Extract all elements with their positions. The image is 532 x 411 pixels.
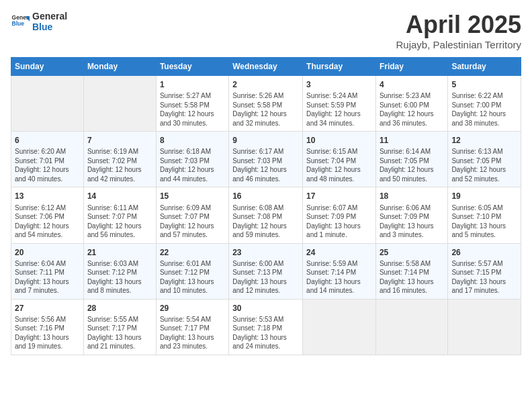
day-cell: 27Sunrise: 5:56 AMSunset: 7:16 PMDayligh…	[11, 299, 84, 355]
day-detail: Sunrise: 6:18 AMSunset: 7:03 PMDaylight:…	[160, 147, 225, 183]
header-row: SundayMondayTuesdayWednesdayThursdayFrid…	[11, 58, 521, 76]
day-number: 30	[232, 303, 299, 314]
day-number: 14	[87, 191, 152, 201]
day-number: 20	[15, 247, 80, 258]
day-detail: Sunrise: 5:54 AMSunset: 7:17 PMDaylight:…	[160, 315, 225, 351]
day-cell	[375, 299, 447, 355]
day-number: 29	[160, 303, 225, 314]
day-number: 11	[380, 135, 444, 146]
day-number: 27	[15, 303, 80, 314]
calendar-subtitle: Rujayb, Palestinian Territory	[396, 39, 521, 50]
day-detail: Sunrise: 6:05 AMSunset: 7:10 PMDaylight:…	[451, 203, 517, 240]
day-number: 25	[380, 247, 444, 258]
day-number: 15	[160, 191, 225, 201]
day-cell: 30Sunrise: 5:53 AMSunset: 7:18 PMDayligh…	[229, 299, 303, 355]
day-header-tuesday: Tuesday	[156, 58, 228, 76]
day-detail: Sunrise: 5:56 AMSunset: 7:16 PMDaylight:…	[15, 315, 80, 351]
day-detail: Sunrise: 5:55 AMSunset: 7:17 PMDaylight:…	[87, 315, 152, 351]
day-detail: Sunrise: 6:22 AMSunset: 7:00 PMDaylight:…	[451, 91, 517, 128]
day-header-wednesday: Wednesday	[229, 58, 303, 76]
day-cell: 10Sunrise: 6:15 AMSunset: 7:04 PMDayligh…	[303, 132, 376, 187]
week-row-2: 13Sunrise: 6:12 AMSunset: 7:06 PMDayligh…	[11, 187, 521, 243]
day-number: 12	[451, 135, 517, 146]
day-cell: 18Sunrise: 6:06 AMSunset: 7:09 PMDayligh…	[375, 187, 447, 243]
day-cell: 13Sunrise: 6:12 AMSunset: 7:06 PMDayligh…	[11, 187, 84, 243]
day-detail: Sunrise: 5:57 AMSunset: 7:15 PMDaylight:…	[451, 259, 517, 295]
day-detail: Sunrise: 6:11 AMSunset: 7:07 PMDaylight:…	[87, 203, 152, 240]
day-detail: Sunrise: 6:07 AMSunset: 7:09 PMDaylight:…	[306, 203, 372, 240]
day-number: 8	[160, 135, 225, 146]
day-number: 26	[451, 247, 517, 258]
day-cell: 25Sunrise: 5:58 AMSunset: 7:14 PMDayligh…	[375, 243, 447, 299]
day-detail: Sunrise: 6:06 AMSunset: 7:09 PMDaylight:…	[380, 203, 444, 240]
logo: General Blue General Blue	[11, 11, 67, 32]
day-cell: 9Sunrise: 6:17 AMSunset: 7:03 PMDaylight…	[229, 132, 303, 187]
day-number: 6	[15, 135, 80, 146]
day-detail: Sunrise: 6:08 AMSunset: 7:08 PMDaylight:…	[232, 203, 299, 240]
day-header-friday: Friday	[375, 58, 447, 76]
day-header-sunday: Sunday	[11, 58, 84, 76]
day-detail: Sunrise: 6:14 AMSunset: 7:05 PMDaylight:…	[380, 147, 444, 183]
day-number: 17	[306, 191, 372, 201]
day-detail: Sunrise: 6:12 AMSunset: 7:06 PMDaylight:…	[15, 203, 80, 240]
day-cell: 1Sunrise: 5:27 AMSunset: 5:58 PMDaylight…	[156, 76, 228, 132]
day-detail: Sunrise: 6:04 AMSunset: 7:11 PMDaylight:…	[15, 259, 80, 295]
day-number: 7	[87, 135, 152, 146]
day-number: 23	[232, 247, 299, 258]
day-cell: 20Sunrise: 6:04 AMSunset: 7:11 PMDayligh…	[11, 243, 84, 299]
day-cell: 12Sunrise: 6:13 AMSunset: 7:05 PMDayligh…	[448, 132, 521, 187]
day-cell: 15Sunrise: 6:09 AMSunset: 7:07 PMDayligh…	[156, 187, 228, 243]
day-cell: 2Sunrise: 5:26 AMSunset: 5:58 PMDaylight…	[229, 76, 303, 132]
day-detail: Sunrise: 6:01 AMSunset: 7:12 PMDaylight:…	[160, 259, 225, 295]
week-row-0: 1Sunrise: 5:27 AMSunset: 5:58 PMDaylight…	[11, 76, 521, 132]
day-number: 28	[87, 303, 152, 314]
header: General Blue General Blue April 2025 Ruj…	[11, 11, 521, 50]
day-header-thursday: Thursday	[303, 58, 376, 76]
day-cell	[448, 299, 521, 355]
day-cell: 22Sunrise: 6:01 AMSunset: 7:12 PMDayligh…	[156, 243, 228, 299]
day-cell: 19Sunrise: 6:05 AMSunset: 7:10 PMDayligh…	[448, 187, 521, 243]
week-row-1: 6Sunrise: 6:20 AMSunset: 7:01 PMDaylight…	[11, 132, 521, 187]
week-row-3: 20Sunrise: 6:04 AMSunset: 7:11 PMDayligh…	[11, 243, 521, 299]
day-detail: Sunrise: 6:19 AMSunset: 7:02 PMDaylight:…	[87, 147, 152, 183]
day-number: 13	[15, 191, 80, 201]
logo-icon: General Blue	[11, 12, 30, 31]
day-cell: 23Sunrise: 6:00 AMSunset: 7:13 PMDayligh…	[229, 243, 303, 299]
day-detail: Sunrise: 6:00 AMSunset: 7:13 PMDaylight:…	[232, 259, 299, 295]
day-number: 24	[306, 247, 372, 258]
day-header-monday: Monday	[83, 58, 156, 76]
day-cell: 29Sunrise: 5:54 AMSunset: 7:17 PMDayligh…	[156, 299, 228, 355]
day-detail: Sunrise: 5:26 AMSunset: 5:58 PMDaylight:…	[232, 91, 299, 128]
day-cell: 11Sunrise: 6:14 AMSunset: 7:05 PMDayligh…	[375, 132, 447, 187]
day-number: 19	[451, 191, 517, 201]
day-cell: 14Sunrise: 6:11 AMSunset: 7:07 PMDayligh…	[83, 187, 156, 243]
day-detail: Sunrise: 6:15 AMSunset: 7:04 PMDaylight:…	[306, 147, 372, 183]
day-number: 18	[380, 191, 444, 201]
day-cell: 7Sunrise: 6:19 AMSunset: 7:02 PMDaylight…	[83, 132, 156, 187]
day-cell: 21Sunrise: 6:03 AMSunset: 7:12 PMDayligh…	[83, 243, 156, 299]
day-cell: 24Sunrise: 5:59 AMSunset: 7:14 PMDayligh…	[303, 243, 376, 299]
day-number: 2	[232, 79, 299, 90]
day-detail: Sunrise: 5:58 AMSunset: 7:14 PMDaylight:…	[380, 259, 444, 295]
day-number: 21	[87, 247, 152, 258]
day-detail: Sunrise: 6:17 AMSunset: 7:03 PMDaylight:…	[232, 147, 299, 183]
day-detail: Sunrise: 5:23 AMSunset: 6:00 PMDaylight:…	[380, 91, 444, 128]
day-cell: 16Sunrise: 6:08 AMSunset: 7:08 PMDayligh…	[229, 187, 303, 243]
title-block: April 2025 Rujayb, Palestinian Territory	[396, 11, 521, 50]
day-number: 16	[232, 191, 299, 201]
day-cell	[83, 76, 156, 132]
day-cell	[11, 76, 84, 132]
day-number: 22	[160, 247, 225, 258]
svg-text:Blue: Blue	[12, 20, 25, 27]
day-detail: Sunrise: 5:24 AMSunset: 5:59 PMDaylight:…	[306, 91, 372, 128]
day-cell: 3Sunrise: 5:24 AMSunset: 5:59 PMDaylight…	[303, 76, 376, 132]
day-cell: 17Sunrise: 6:07 AMSunset: 7:09 PMDayligh…	[303, 187, 376, 243]
logo-line1: General	[32, 11, 67, 21]
day-cell: 4Sunrise: 5:23 AMSunset: 6:00 PMDaylight…	[375, 76, 447, 132]
day-detail: Sunrise: 5:27 AMSunset: 5:58 PMDaylight:…	[160, 91, 225, 128]
day-detail: Sunrise: 6:03 AMSunset: 7:12 PMDaylight:…	[87, 259, 152, 295]
week-row-4: 27Sunrise: 5:56 AMSunset: 7:16 PMDayligh…	[11, 299, 521, 355]
day-cell: 5Sunrise: 6:22 AMSunset: 7:00 PMDaylight…	[448, 76, 521, 132]
calendar-title: April 2025	[396, 11, 521, 39]
day-detail: Sunrise: 6:13 AMSunset: 7:05 PMDaylight:…	[451, 147, 517, 183]
